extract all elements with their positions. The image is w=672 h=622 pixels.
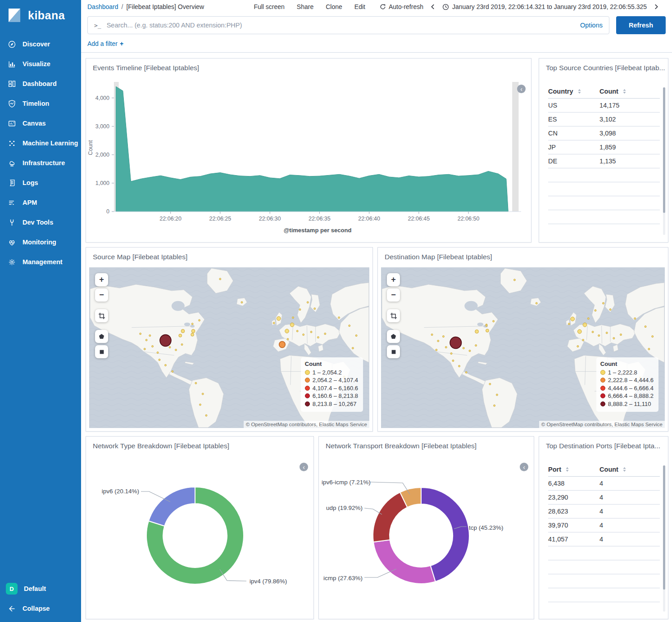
sidebar-item-visualize[interactable]: Visualize	[0, 54, 81, 74]
pie-label: tcp (45.23%)	[469, 524, 504, 531]
time-forward-icon[interactable]	[653, 4, 659, 10]
zoom-in-button[interactable]: +	[95, 273, 108, 286]
sidebar-item-dashboard[interactable]: Dashboard	[0, 74, 81, 94]
zoom-in-button[interactable]: +	[387, 273, 400, 286]
draw-polygon-button[interactable]	[387, 330, 400, 343]
source-map: + − Count 1 – 2,054.22,054.2 – 4,107.44,…	[89, 267, 369, 428]
menu-clone[interactable]: Clone	[326, 3, 342, 10]
main-content: Dashboard / [Filebeat Iptables] Overview…	[81, 0, 672, 622]
pie-slice-icmp[interactable]	[373, 540, 436, 584]
panel-title: Top Destination Ports [Filebeat Ipta...	[539, 437, 668, 451]
kibana-logo[interactable]: kibana	[0, 0, 81, 28]
menu-share[interactable]: Share	[297, 3, 313, 10]
time-range-picker[interactable]: January 23rd 2019, 22:06:14.321 to Janua…	[442, 3, 647, 10]
svg-text:22:06:50: 22:06:50	[458, 216, 480, 222]
add-filter-link[interactable]: Add a filter+	[87, 40, 123, 47]
events-timeline-chart[interactable]: 22:06:2022:06:2522:06:3022:06:3522:06:40…	[86, 73, 530, 240]
auto-refresh-label: Auto-refresh	[389, 3, 423, 10]
table-row[interactable]: DE1,135	[548, 154, 660, 168]
add-filter-label: Add a filter	[87, 40, 118, 47]
menu-edit[interactable]: Edit	[354, 3, 365, 10]
table-row[interactable]: 6,4384	[548, 477, 660, 491]
network-transport-donut-chart[interactable]: tcp (45.23%)icmp (27.63%)udp (19.92%)ipv…	[319, 451, 534, 617]
panel-collapse-arrow-icon[interactable]: ‹	[300, 463, 308, 471]
cloud-server-icon	[8, 159, 16, 167]
table-row[interactable]: 28,6234	[548, 505, 660, 518]
dashboard-grid-icon	[8, 80, 16, 88]
sidebar-item-management[interactable]: Management	[0, 252, 81, 272]
table-header: Country Count	[548, 85, 660, 99]
sidebar-item-monitoring[interactable]: Monitoring	[0, 232, 81, 252]
column-header-port[interactable]: Port	[548, 466, 599, 473]
search-input[interactable]	[107, 22, 576, 29]
sidebar-item-infrastructure[interactable]: Infrastructure	[0, 153, 81, 173]
pie-slice-ipv6[interactable]	[149, 487, 195, 526]
panel-collapse-arrow-icon[interactable]: ‹	[520, 463, 528, 471]
collapse-label: Collapse	[23, 605, 50, 612]
heartbeat-icon	[8, 238, 16, 247]
sidebar-item-logs[interactable]: Logs	[0, 173, 81, 193]
panel-title: Top Source Countries [Filebeat Iptab...	[539, 59, 668, 73]
table-row-empty	[548, 182, 660, 196]
compass-icon	[8, 40, 16, 49]
polygon-icon	[390, 333, 397, 340]
table-row[interactable]: US14,175	[548, 99, 660, 113]
table-header: Port Count	[548, 463, 660, 477]
panel-top-source-countries: Top Source Countries [Filebeat Iptab... …	[539, 58, 668, 243]
table-row[interactable]: CN3,098	[548, 126, 660, 140]
sidebar-item-timelion[interactable]: Timelion	[0, 94, 81, 113]
table-row[interactable]: 41,0574	[548, 532, 660, 546]
pie-slice-udp[interactable]	[373, 492, 407, 542]
draw-polygon-button[interactable]	[95, 330, 108, 343]
sidebar-item-apm[interactable]: APM	[0, 193, 81, 212]
zoom-out-button[interactable]: −	[387, 288, 400, 302]
time-range-text: January 23rd 2019, 22:06:14.321 to Janua…	[452, 3, 647, 10]
auto-refresh-button[interactable]: Auto-refresh	[380, 3, 423, 10]
panel-collapse-arrow-icon[interactable]: ‹	[517, 85, 526, 93]
network-type-donut-chart[interactable]: ipv6 (20.14%)ipv4 (79.86%)	[86, 451, 313, 617]
refresh-cycle-icon	[380, 4, 386, 10]
map-attribution: © OpenStreetMap contributors, Elastic Ma…	[539, 421, 665, 428]
sidebar-item-dev-tools[interactable]: Dev Tools	[0, 212, 81, 232]
legend-row: 1 – 2,054.2	[305, 369, 358, 377]
collapse-button[interactable]: Collapse	[0, 599, 81, 618]
ml-dots-icon	[8, 139, 16, 148]
table-scrollbar[interactable]	[663, 465, 665, 612]
breadcrumb-dashboard-link[interactable]: Dashboard	[87, 3, 118, 10]
draw-rectangle-button[interactable]	[95, 345, 108, 358]
polygon-icon	[98, 333, 105, 340]
zoom-out-button[interactable]: −	[95, 288, 108, 302]
sidebar-bottom: D Default Collapse	[0, 579, 81, 618]
options-link[interactable]: Options	[580, 22, 603, 29]
draw-bounding-box-button[interactable]	[95, 309, 108, 322]
svg-text:@timestamp per second: @timestamp per second	[284, 227, 352, 234]
table-row[interactable]: ES3,102	[548, 113, 660, 126]
table-scrollbar[interactable]	[663, 87, 665, 235]
time-back-icon[interactable]	[430, 4, 436, 10]
column-header-count[interactable]: Count	[599, 88, 660, 95]
draw-rectangle-button[interactable]	[387, 345, 400, 358]
svg-text:2,000: 2,000	[95, 152, 109, 158]
column-header-count[interactable]: Count	[599, 466, 660, 473]
legend-title: Count	[600, 361, 654, 367]
menu-full-screen[interactable]: Full screen	[254, 3, 284, 10]
sort-icon	[622, 89, 627, 94]
sidebar-item-canvas[interactable]: Canvas	[0, 113, 81, 133]
table-row[interactable]: 39,9704	[548, 518, 660, 532]
table-row[interactable]: 23,2904	[548, 491, 660, 505]
panel-network-transport-breakdown: Network Transport Breakdown [Filebeat Ip…	[318, 436, 534, 619]
space-switcher-default[interactable]: D Default	[0, 579, 81, 599]
draw-bounding-box-button[interactable]	[387, 309, 400, 322]
panel-source-map: Source Map [Filebeat Iptables] + − Count…	[86, 247, 373, 432]
sidebar: kibana DiscoverVisualizeDashboardTimelio…	[0, 0, 81, 622]
bounding-box-icon	[98, 312, 105, 320]
map-legend: Count 1 – 2,054.22,054.2 – 4,107.44,107.…	[301, 357, 363, 412]
refresh-button[interactable]: Refresh	[616, 16, 666, 34]
sidebar-item-machine-learning[interactable]: Machine Learning	[0, 133, 81, 153]
column-header-country[interactable]: Country	[548, 88, 599, 95]
table-row-empty	[548, 588, 660, 602]
panel-title: Destination Map [Filebeat Iptables]	[378, 248, 668, 262]
sidebar-item-discover[interactable]: Discover	[0, 34, 81, 54]
table-row[interactable]: JP1,859	[548, 140, 660, 154]
apm-lines-icon	[8, 198, 16, 207]
